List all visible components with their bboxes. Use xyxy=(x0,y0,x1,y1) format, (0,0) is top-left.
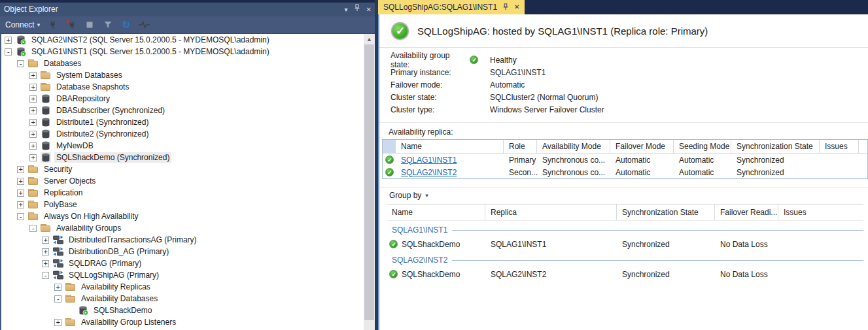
stop-icon[interactable] xyxy=(84,20,95,30)
expand-icon[interactable] xyxy=(54,284,61,291)
summary-value: SQLAG1\INST1 xyxy=(490,68,546,77)
column-header[interactable]: Availability Mode xyxy=(537,140,610,153)
tree-item-server[interactable]: SQLAG1\INST1 (SQL Server 15.0.2000.5 - M… xyxy=(1,46,375,58)
group-header-rule xyxy=(452,260,863,261)
tree-item-availability-group[interactable]: SQLDRAG (Primary) xyxy=(1,257,375,269)
column-header[interactable]: Issues xyxy=(820,140,859,153)
expand-icon[interactable] xyxy=(29,95,37,103)
replica-seeding-mode: Automatic xyxy=(674,168,731,177)
replica-link[interactable]: SQLAG1\INST1 xyxy=(401,156,457,165)
column-header[interactable]: Synchronization State xyxy=(731,140,820,153)
collapse-icon[interactable] xyxy=(17,213,24,220)
close-icon[interactable]: ✕ xyxy=(366,7,372,13)
column-header[interactable]: Seeding Mode xyxy=(674,140,731,153)
expand-icon[interactable] xyxy=(42,237,49,244)
tree-item-folder[interactable]: Server Objects xyxy=(1,175,375,187)
tree-item-availability-group[interactable]: DistributedTransactionsAG (Primary) xyxy=(1,234,375,246)
ag-dashboard: SQLLogShipAG: hosted by SQLAG1\INST1 (Re… xyxy=(378,14,868,330)
column-header[interactable]: Name xyxy=(387,205,485,220)
tree-item-database[interactable]: DBARepository xyxy=(1,93,375,105)
tree-item-database[interactable]: Distribute2 (Synchronized) xyxy=(1,128,375,140)
window-menu-icon[interactable]: ▾ xyxy=(345,7,348,13)
tree-item-folder[interactable]: Availability Replicas xyxy=(1,281,375,293)
close-tab-icon[interactable]: ✕ xyxy=(514,4,519,10)
summary-row: Cluster state: SQLCluster2 (Normal Quoru… xyxy=(391,91,868,103)
tree-item-database-selected[interactable]: SQLShackDemo (Synchronized) xyxy=(1,152,375,163)
collapse-icon[interactable] xyxy=(17,60,24,67)
tree-item-database[interactable]: MyNewDB xyxy=(1,140,375,152)
tree-item-database-online[interactable]: SQLShackDemo xyxy=(1,305,375,316)
tree-item-database[interactable]: DBASubscriber (Synchronized) xyxy=(1,105,375,116)
scroll-up-icon[interactable]: ▲ xyxy=(364,34,375,44)
group-by-dropdown[interactable]: Group by ▾ xyxy=(389,191,868,200)
expand-icon[interactable] xyxy=(29,119,37,126)
expand-icon[interactable] xyxy=(5,37,12,44)
tree-item-availability-group[interactable]: DistributionDB_AG (Primary) xyxy=(1,246,375,257)
tree-item-folder[interactable]: Always On High Availability xyxy=(1,210,375,222)
database-row[interactable]: SQLShackDemo SQLAG1\INST1 Synchronized N… xyxy=(387,237,863,251)
column-header[interactable]: Synchronization State xyxy=(617,205,715,220)
tree-item-folder[interactable]: System Databases xyxy=(1,69,375,81)
document-tab[interactable]: SQLLogShipAG:SQLAG1\INST1 ✕ xyxy=(378,0,525,14)
expand-icon[interactable] xyxy=(17,178,24,185)
replica-row[interactable]: SQLAG1\INST1 Primary Synchronous co... A… xyxy=(383,154,867,166)
connect-plug-icon[interactable] xyxy=(47,20,58,30)
column-header[interactable]: Role xyxy=(504,140,537,153)
database-icon xyxy=(41,152,51,163)
expand-icon[interactable] xyxy=(29,142,37,150)
replica-row[interactable]: SQLAG2\INST2 Secon... Synchronous co... … xyxy=(383,166,867,178)
tree-item-availability-group[interactable]: SQLLogShipAG (Primary) xyxy=(1,269,375,281)
collapse-icon[interactable] xyxy=(29,225,37,232)
database-row[interactable]: SQLShackDemo SQLAG2\INST2 Synchronized N… xyxy=(387,267,863,281)
tree-item-label: DistributedTransactionsAG (Primary) xyxy=(67,235,199,245)
tree-item-database[interactable]: Distribute1 (Synchronized) xyxy=(1,116,375,128)
document-area: SQLLogShipAG:SQLAG1\INST1 ✕ SQLLogShipAG… xyxy=(378,0,868,330)
status-column-header[interactable] xyxy=(383,140,396,153)
column-header[interactable]: Name xyxy=(396,140,504,153)
tree-item-folder[interactable]: Security xyxy=(1,163,375,175)
expand-icon[interactable] xyxy=(29,84,37,91)
pin-tab-icon[interactable] xyxy=(502,1,509,13)
column-header[interactable]: Replica xyxy=(485,205,617,220)
column-header[interactable]: Issues xyxy=(778,205,863,220)
tree-item-folder[interactable]: Availability Databases xyxy=(1,293,375,305)
column-header[interactable]: Failover Readi... xyxy=(715,205,778,220)
tree-item-folder[interactable]: Database Snapshots xyxy=(1,81,375,93)
collapse-icon[interactable] xyxy=(5,48,12,56)
column-header[interactable]: Failover Mode xyxy=(610,140,674,153)
scrollbar-thumb[interactable] xyxy=(364,44,374,320)
tree-item-folder[interactable]: Availability Groups xyxy=(1,222,375,234)
tree-item-label: Always On High Availability xyxy=(42,211,141,222)
tree-item-label: Database Snapshots xyxy=(54,82,131,92)
group-header: SQLAG2\INST2 xyxy=(387,256,863,265)
tree-item-folder[interactable]: PolyBase xyxy=(1,199,375,210)
object-explorer-titlebar[interactable]: Object Explorer ▾ ✕ xyxy=(0,3,375,16)
filter-icon[interactable] xyxy=(102,20,113,30)
expand-icon[interactable] xyxy=(29,72,37,79)
connect-button[interactable]: Connect ▾ xyxy=(5,20,40,29)
expand-icon[interactable] xyxy=(17,166,24,173)
disconnect-plug-icon[interactable] xyxy=(65,20,77,30)
collapse-icon[interactable] xyxy=(42,272,49,279)
expand-icon[interactable] xyxy=(42,248,49,256)
collapse-icon[interactable] xyxy=(54,295,61,303)
expand-icon[interactable] xyxy=(29,107,37,114)
expand-icon[interactable] xyxy=(54,319,61,326)
tree-item-label: Distribute1 (Synchronized) xyxy=(54,117,150,127)
tree-item-server[interactable]: SQLAG2\INST2 (SQL Server 15.0.2000.5 - M… xyxy=(1,34,375,46)
expand-icon[interactable] xyxy=(17,190,24,197)
refresh-icon[interactable]: ↻ xyxy=(120,20,131,30)
folder-icon xyxy=(65,317,76,327)
activity-monitor-icon[interactable] xyxy=(139,20,150,30)
expand-icon[interactable] xyxy=(42,260,49,267)
expand-icon[interactable] xyxy=(29,154,37,161)
tree-item-folder[interactable]: Databases xyxy=(1,58,375,69)
tree-item-folder[interactable]: Availability Group Listeners xyxy=(1,316,375,328)
vertical-scrollbar[interactable]: ▲ xyxy=(364,34,375,330)
tree-item-folder[interactable]: Replication xyxy=(1,187,375,199)
pin-icon[interactable] xyxy=(354,3,360,16)
expand-icon[interactable] xyxy=(29,131,37,138)
replica-link[interactable]: SQLAG2\INST2 xyxy=(401,168,457,177)
tree-item-label: Replication xyxy=(42,188,84,198)
expand-icon[interactable] xyxy=(17,201,24,208)
